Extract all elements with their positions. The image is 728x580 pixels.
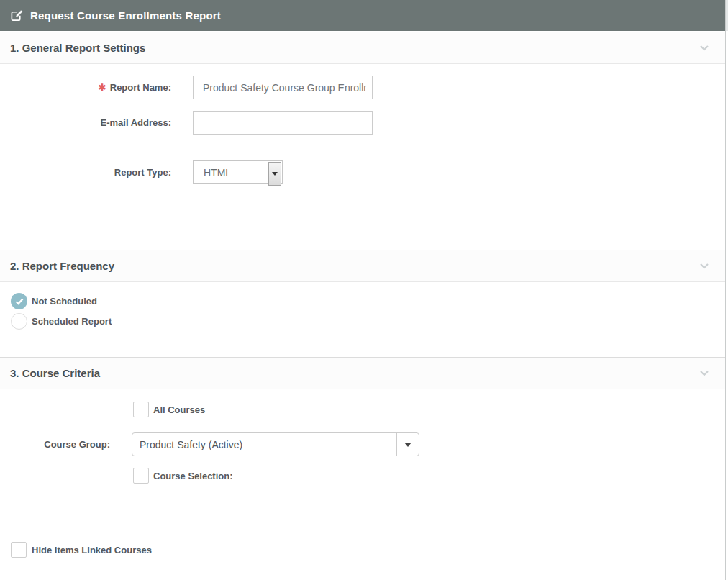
check-icon	[15, 298, 24, 305]
email-input[interactable]	[193, 111, 373, 135]
panel-right-border	[725, 0, 726, 580]
section-general-report-settings-header[interactable]: 1. General Report Settings	[0, 32, 725, 64]
page-title: Request Course Enrollments Report	[30, 9, 221, 22]
report-type-label: Report Type:	[114, 167, 171, 178]
all-courses-label[interactable]: All Courses	[153, 402, 205, 417]
section-course-criteria-title: 3. Course Criteria	[10, 367, 100, 379]
page-title-bar: Request Course Enrollments Report	[0, 0, 725, 31]
not-scheduled-label[interactable]: Not Scheduled	[32, 293, 97, 309]
course-group-label: Course Group:	[44, 439, 110, 450]
report-name-label-box: ✱ Report Name:	[0, 76, 171, 99]
hide-items-linked-courses-checkbox[interactable]	[11, 542, 27, 558]
course-selection-label[interactable]: Course Selection:	[153, 468, 233, 484]
chevron-down-icon[interactable]	[699, 370, 709, 376]
report-type-value: HTML	[194, 167, 231, 178]
chevron-down-icon[interactable]	[699, 45, 709, 51]
report-type-dropdown-arrow-icon[interactable]	[268, 162, 281, 186]
request-report-page: Request Course Enrollments Report 1. Gen…	[0, 0, 728, 580]
section-report-frequency-header[interactable]: 2. Report Frequency	[0, 250, 725, 282]
report-type-select[interactable]: HTML	[193, 160, 283, 184]
course-group-select[interactable]: Product Safety (Active)	[132, 432, 419, 456]
edit-report-icon	[10, 9, 24, 22]
chevron-down-icon[interactable]	[699, 263, 709, 269]
next-section-divider	[0, 579, 725, 579]
section-general-title: 1. General Report Settings	[10, 42, 145, 54]
email-label: E-mail Address:	[101, 117, 172, 128]
required-asterisk: ✱	[99, 82, 106, 93]
email-label-box: E-mail Address:	[0, 111, 171, 135]
not-scheduled-radio[interactable]	[11, 293, 27, 309]
report-name-input[interactable]	[193, 76, 373, 99]
scheduled-report-radio[interactable]	[11, 313, 27, 330]
scheduled-report-label[interactable]: Scheduled Report	[32, 313, 112, 330]
course-selection-checkbox[interactable]	[133, 468, 149, 484]
report-type-label-box: Report Type:	[0, 160, 171, 184]
course-group-value: Product Safety (Active)	[132, 439, 242, 450]
course-group-dropdown-arrow-icon[interactable]	[396, 433, 419, 456]
course-group-label-box: Course Group:	[0, 432, 110, 456]
all-courses-checkbox[interactable]	[133, 402, 149, 417]
section-frequency-title: 2. Report Frequency	[10, 260, 114, 272]
report-name-label: Report Name:	[110, 82, 171, 93]
hide-items-linked-courses-label[interactable]: Hide Items Linked Courses	[32, 542, 152, 558]
section-course-criteria-header[interactable]: 3. Course Criteria	[0, 357, 725, 389]
